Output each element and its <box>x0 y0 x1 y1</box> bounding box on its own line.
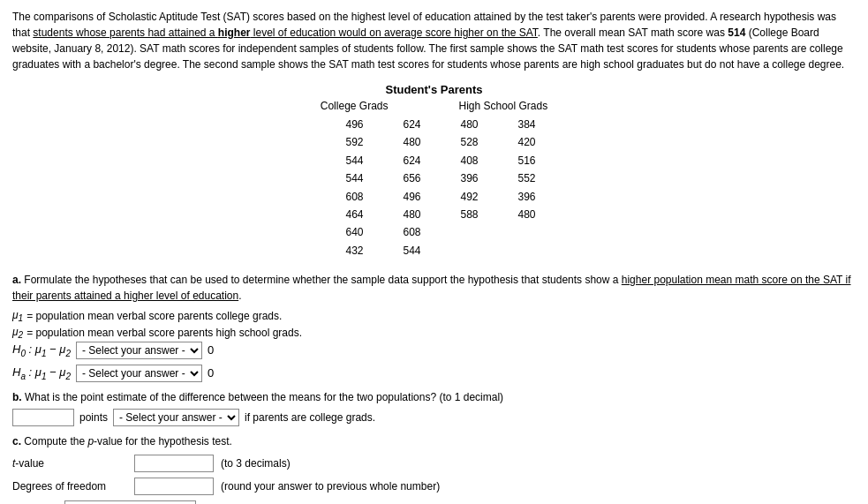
pvalue-line: p-value is - Select your answer - < .005… <box>12 500 856 504</box>
col1-header: College Grads <box>321 100 389 112</box>
college-col1: 496 592 544 544 608 464 640 432 <box>333 116 364 260</box>
section-b-suffix: if parents are college grads. <box>245 411 375 424</box>
h0-select[interactable]: - Select your answer - ≥ > = ≤ < ≠ <box>76 342 202 359</box>
df-input[interactable] <box>134 478 214 495</box>
intro-paragraph: The comparisons of Scholastic Aptitude T… <box>12 9 856 72</box>
college-col2: 624 480 624 656 496 480 608 544 <box>390 116 421 260</box>
table-title: Student's Parents <box>12 83 856 96</box>
col2-header: High School Grads <box>459 100 548 112</box>
df-line: Degrees of freedom (round your answer to… <box>12 478 856 495</box>
tvalue-hint: (to 3 decimals) <box>221 457 291 470</box>
mu1-definition: μ1 = population mean verbal score parent… <box>12 309 856 323</box>
ha-line: Ha : μ1 − μ2 - Select your answer - ≥ > … <box>12 365 856 382</box>
pvalue-select[interactable]: - Select your answer - < .005 between .0… <box>64 500 196 504</box>
df-hint: (round your answer to previous whole num… <box>221 480 440 493</box>
df-label: Degrees of freedom <box>12 480 127 493</box>
ha-select[interactable]: - Select your answer - ≥ > = ≤ < ≠ <box>76 365 202 382</box>
data-table-section: Student's Parents College Grads High Sch… <box>12 83 856 260</box>
section-c: c. Compute the p-value for the hypothesi… <box>12 435 856 504</box>
hs-col2: 384 420 516 552 396 480 <box>505 116 536 260</box>
h0-zero: 0 <box>208 343 214 357</box>
section-c-question: c. Compute the p-value for the hypothesi… <box>12 435 856 448</box>
section-b-question: b. What is the point estimate of the dif… <box>12 391 856 403</box>
section-b-select[interactable]: - Select your answer - > ≥ = ≤ < <box>113 409 239 426</box>
tvalue-input[interactable] <box>134 455 214 472</box>
h0-label: H0 : μ1 − μ2 <box>12 342 71 358</box>
section-a-question: a. Formulate the hypotheses that can be … <box>12 272 856 304</box>
points-label: points <box>79 411 108 424</box>
hs-col1: 480 528 408 396 492 588 <box>448 116 479 260</box>
section-b: b. What is the point estimate of the dif… <box>12 391 856 426</box>
tvalue-line: t-value (to 3 decimals) <box>12 455 856 472</box>
section-b-answer: points - Select your answer - > ≥ = ≤ < … <box>12 409 856 426</box>
h0-line: H0 : μ1 − μ2 - Select your answer - ≥ > … <box>12 342 856 359</box>
ha-label: Ha : μ1 − μ2 <box>12 365 71 381</box>
section-a: a. Formulate the hypotheses that can be … <box>12 272 856 382</box>
tvalue-label: t-value <box>12 457 127 470</box>
ha-zero: 0 <box>208 366 214 380</box>
mu2-definition: μ2 = population mean verbal score parent… <box>12 326 856 340</box>
point-estimate-input[interactable] <box>12 409 74 426</box>
table-body: 496 592 544 544 608 464 640 432 624 480 … <box>12 116 856 260</box>
